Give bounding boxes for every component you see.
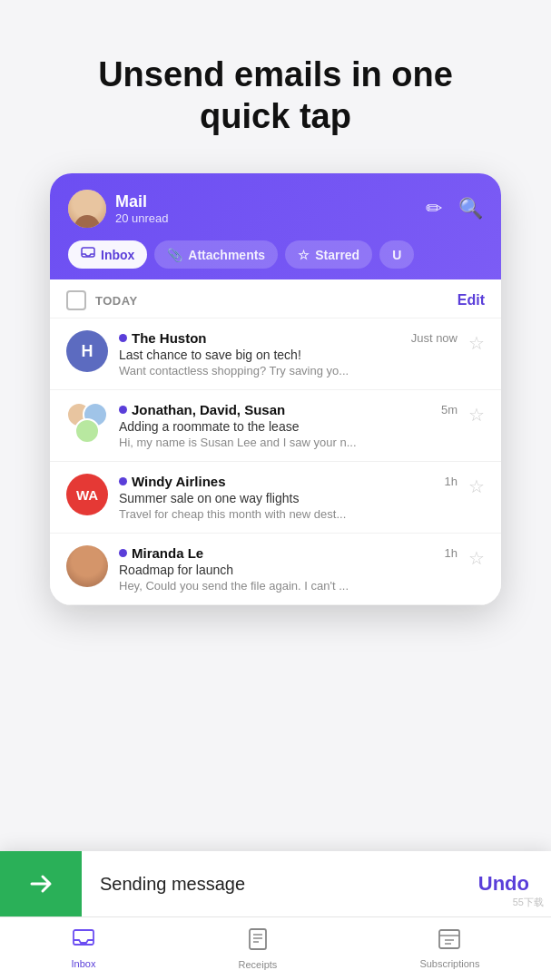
email-item[interactable]: Jonathan, David, Susan 5m Adding a roomm… xyxy=(50,390,501,462)
email-content: Miranda Le 1h Roadmap for launch Hey, Co… xyxy=(119,545,458,593)
mail-icons: ✏ 🔍 xyxy=(426,197,483,220)
email-subject: Summer sale on one way flights xyxy=(119,491,458,505)
sending-message-text: Sending message xyxy=(82,874,478,895)
app-name: Mail xyxy=(115,192,169,211)
select-all-checkbox[interactable] xyxy=(66,290,86,310)
svg-rect-2 xyxy=(250,929,266,949)
nav-item-subscriptions[interactable]: Subscriptions xyxy=(419,929,479,969)
group-avatar xyxy=(66,402,108,444)
attachments-tab-icon: 📎 xyxy=(167,248,182,262)
nav-item-inbox[interactable]: Inbox xyxy=(72,929,96,969)
email-top-row: Jonathan, David, Susan 5m xyxy=(119,402,458,417)
tab-attachments[interactable]: 📎 Attachments xyxy=(154,240,278,269)
avatar xyxy=(68,190,106,228)
hero-title: Unsend emails in one quick tap xyxy=(0,0,551,173)
avatar: WA xyxy=(66,474,108,515)
receipts-nav-label: Receipts xyxy=(239,959,278,970)
email-content: Windy Airlines 1h Summer sale on one way… xyxy=(119,474,458,521)
star-icon[interactable]: ☆ xyxy=(468,332,485,354)
search-icon[interactable]: 🔍 xyxy=(458,197,483,220)
unread-dot xyxy=(119,334,127,342)
sender-name: Windy Airlines xyxy=(119,474,226,489)
avatar-face xyxy=(68,190,106,228)
mail-header-top: Mail 20 unread ✏ 🔍 xyxy=(68,190,483,228)
email-top-row: The Huston Just now xyxy=(119,330,458,346)
email-item[interactable]: WA Windy Airlines 1h Summer sale on one … xyxy=(50,462,501,534)
nav-item-receipts[interactable]: Receipts xyxy=(239,928,278,970)
email-subject: Last chance to save big on tech! xyxy=(119,348,458,362)
bottom-navigation: Inbox Receipts Subscriptions xyxy=(0,916,551,980)
sender-name: The Huston xyxy=(119,330,207,346)
attachments-tab-label: Attachments xyxy=(188,248,265,262)
mail-tabs: Inbox 📎 Attachments ☆ Starred U xyxy=(68,240,483,279)
email-top-row: Miranda Le 1h xyxy=(119,545,458,561)
unread-count: 20 unread xyxy=(115,211,169,225)
unread-dot xyxy=(119,549,127,557)
starred-tab-label: Starred xyxy=(315,248,359,262)
star-icon[interactable]: ☆ xyxy=(468,547,485,569)
receipts-nav-icon xyxy=(248,928,268,956)
mail-title-group: Mail 20 unread xyxy=(115,192,169,225)
subscriptions-nav-label: Subscriptions xyxy=(419,958,479,969)
email-item[interactable]: H The Huston Just now Last chance to sav… xyxy=(50,318,501,390)
subscriptions-nav-icon xyxy=(438,929,460,955)
tab-unread[interactable]: U xyxy=(379,240,414,269)
section-today-label: TODAY xyxy=(95,294,138,308)
list-header-left: TODAY xyxy=(66,290,138,310)
edit-button[interactable]: Edit xyxy=(458,292,485,309)
email-preview: Hi, my name is Susan Lee and I saw your … xyxy=(119,436,458,449)
email-preview: Want contactless shopping? Try saving yo… xyxy=(119,364,458,377)
undo-button[interactable]: Undo xyxy=(478,872,551,896)
miranda-face xyxy=(66,545,108,587)
compose-icon[interactable]: ✏ xyxy=(426,197,442,220)
inbox-tab-label: Inbox xyxy=(101,248,134,262)
email-list: TODAY Edit H The Huston Just now Last ch… xyxy=(50,279,501,605)
inbox-nav-icon xyxy=(73,929,94,955)
email-content: The Huston Just now Last chance to save … xyxy=(119,330,458,377)
sender-name: Miranda Le xyxy=(119,545,203,561)
send-icon-box xyxy=(0,851,82,916)
email-subject: Roadmap for launch xyxy=(119,563,458,577)
email-item[interactable]: Miranda Le 1h Roadmap for launch Hey, Co… xyxy=(50,534,501,605)
email-time: 1h xyxy=(445,475,458,488)
send-arrow-icon xyxy=(25,867,57,900)
phone-card: Mail 20 unread ✏ 🔍 Inbox xyxy=(50,173,501,605)
email-time: Just now xyxy=(411,331,458,345)
avatar xyxy=(66,545,108,587)
list-section-header: TODAY Edit xyxy=(50,279,501,318)
unread-tab-label: U xyxy=(392,248,401,262)
email-preview: Travel for cheap this month with new des… xyxy=(119,507,458,521)
watermark: 55下载 xyxy=(513,896,544,909)
email-top-row: Windy Airlines 1h xyxy=(119,474,458,489)
mail-app-header: Mail 20 unread ✏ 🔍 Inbox xyxy=(50,173,501,279)
email-preview: Hey, Could you send the file again. I ca… xyxy=(119,579,458,593)
unread-dot xyxy=(119,406,127,414)
avatar: H xyxy=(66,330,108,372)
starred-tab-icon: ☆ xyxy=(298,248,310,262)
email-content: Jonathan, David, Susan 5m Adding a roomm… xyxy=(119,402,458,449)
star-icon[interactable]: ☆ xyxy=(468,404,485,426)
sending-message-bar: Sending message Undo xyxy=(0,851,551,916)
sub-avatar-3 xyxy=(74,418,100,444)
inbox-tab-icon xyxy=(81,247,95,262)
unread-dot xyxy=(119,477,127,485)
svg-rect-6 xyxy=(439,930,459,948)
inbox-nav-label: Inbox xyxy=(72,958,96,969)
email-time: 5m xyxy=(441,403,458,416)
star-icon[interactable]: ☆ xyxy=(468,475,485,497)
tab-starred[interactable]: ☆ Starred xyxy=(285,240,372,269)
sender-name: Jonathan, David, Susan xyxy=(119,402,285,417)
tab-inbox[interactable]: Inbox xyxy=(68,240,147,269)
mail-avatar-section: Mail 20 unread xyxy=(68,190,169,228)
email-subject: Adding a roommate to the lease xyxy=(119,419,458,434)
email-time: 1h xyxy=(445,546,458,560)
